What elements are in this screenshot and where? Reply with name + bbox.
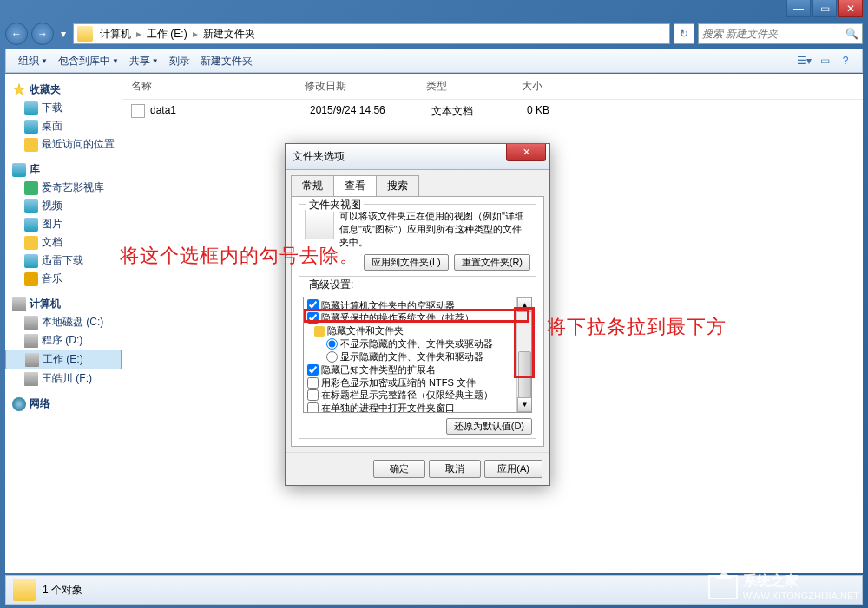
radio[interactable] <box>326 351 338 363</box>
advanced-item[interactable]: 不显示隐藏的文件、文件夹或驱动器 <box>307 337 515 350</box>
column-headers: 名称 修改日期 类型 大小 <box>122 74 863 100</box>
scroll-down-button[interactable]: ▼ <box>517 397 532 412</box>
toolbar-share[interactable]: 共享▼ <box>124 54 164 69</box>
col-date[interactable]: 修改日期 <box>305 79 426 94</box>
apply-button[interactable]: 应用(A) <box>484 460 542 478</box>
checkbox[interactable] <box>307 299 319 311</box>
nav-forward-button[interactable]: → <box>31 23 54 45</box>
advanced-item[interactable]: 隐藏计算机文件夹中的空驱动器 <box>307 299 515 312</box>
checkbox[interactable] <box>307 389 319 401</box>
sidebar-item-music[interactable]: 音乐 <box>5 270 122 288</box>
scroll-up-button[interactable]: ▲ <box>517 297 532 312</box>
tab-general[interactable]: 常规 <box>291 175 334 196</box>
cell-type: 文本文档 <box>431 104 527 119</box>
computer-icon <box>12 297 26 311</box>
folder-options-dialog: 文件夹选项 ✕ 常规 查看 搜索 文件夹视图 可以将该文件夹正在使用的视图（例如… <box>285 143 550 486</box>
advanced-item-label: 在标题栏显示完整路径（仅限经典主题） <box>321 389 493 402</box>
address-bar-row: ← → ▾ 计算机▸ 工作 (E:)▸ 新建文件夹 ↻ 🔍 <box>5 22 863 46</box>
sidebar-item-disk-d[interactable]: 程序 (D:) <box>5 331 122 350</box>
sidebar-item-xunlei[interactable]: 迅雷下载 <box>5 252 122 270</box>
advanced-item[interactable]: 在单独的进程中打开文件夹窗口 <box>307 402 515 411</box>
sidebar-item-pictures[interactable]: 图片 <box>5 215 122 233</box>
view-mode-button[interactable]: ☰▾ <box>794 51 813 70</box>
search-input[interactable] <box>702 28 845 40</box>
disk-icon <box>24 372 38 386</box>
reset-folders-button[interactable]: 重置文件夹(R) <box>454 254 530 271</box>
search-box[interactable]: 🔍 <box>698 23 863 44</box>
xunlei-icon <box>24 254 38 268</box>
sidebar-item-iqiyi[interactable]: 爱奇艺影视库 <box>5 179 122 197</box>
scroll-thumb[interactable] <box>518 351 531 398</box>
desktop-icon <box>24 120 38 134</box>
refresh-button[interactable]: ↻ <box>674 23 694 44</box>
breadcrumb-0[interactable]: 计算机 <box>96 27 135 42</box>
folder-view-icon <box>305 210 334 239</box>
sidebar-item-downloads[interactable]: 下载 <box>5 99 122 117</box>
advanced-item[interactable]: 用彩色显示加密或压缩的 NTFS 文件 <box>307 376 515 389</box>
sidebar-favorites-head[interactable]: 收藏夹 <box>5 81 122 99</box>
tab-view[interactable]: 查看 <box>333 175 377 196</box>
download-icon <box>24 101 38 115</box>
nav-back-button[interactable]: ← <box>5 23 28 45</box>
video-icon <box>24 199 38 213</box>
sidebar-item-disk-c[interactable]: 本地磁盘 (C:) <box>5 313 122 331</box>
col-size[interactable]: 大小 <box>522 79 591 94</box>
close-button[interactable]: ✕ <box>838 0 863 17</box>
col-type[interactable]: 类型 <box>426 79 522 94</box>
dialog-tabs: 常规 查看 搜索 <box>291 175 544 196</box>
nav-history-dropdown[interactable]: ▾ <box>57 25 69 42</box>
maximize-button[interactable]: ▭ <box>812 0 837 17</box>
breadcrumb-1[interactable]: 工作 (E:) <box>143 27 191 42</box>
toolbar-include[interactable]: 包含到库中▼ <box>53 54 124 69</box>
advanced-settings-group: 高级设置: 隐藏计算机文件夹中的空驱动器隐藏受保护的操作系统文件（推荐）隐藏文件… <box>299 284 536 439</box>
minimize-button[interactable]: — <box>786 0 811 17</box>
checkbox[interactable] <box>307 402 319 411</box>
col-name[interactable]: 名称 <box>131 79 305 94</box>
sidebar-item-disk-e[interactable]: 工作 (E:) <box>5 350 122 369</box>
advanced-list[interactable]: 隐藏计算机文件夹中的空驱动器隐藏受保护的操作系统文件（推荐）隐藏文件和文件夹不显… <box>304 297 516 412</box>
file-row[interactable]: data1 2015/9/24 14:56 文本文档 0 KB <box>131 101 854 121</box>
advanced-item[interactable]: 隐藏受保护的操作系统文件（推荐） <box>307 311 515 324</box>
sidebar-item-documents[interactable]: 文档 <box>5 233 122 252</box>
status-count: 1 个对象 <box>43 583 82 598</box>
advanced-item-label: 隐藏文件和文件夹 <box>327 324 404 337</box>
sidebar-item-videos[interactable]: 视频 <box>5 197 122 215</box>
ok-button[interactable]: 确定 <box>373 460 425 478</box>
folder-view-group: 文件夹视图 可以将该文件夹正在使用的视图（例如"详细信息"或"图标"）应用到所有… <box>299 204 536 277</box>
sidebar-libraries-head[interactable]: 库 <box>5 160 122 179</box>
search-icon[interactable]: 🔍 <box>845 28 858 40</box>
toolbar-burn[interactable]: 刻录 <box>164 54 195 69</box>
advanced-item-label: 显示隐藏的文件、文件夹和驱动器 <box>340 350 483 363</box>
advanced-item[interactable]: 隐藏文件和文件夹 <box>307 324 515 337</box>
network-icon <box>12 397 26 411</box>
checkbox[interactable] <box>307 364 319 376</box>
restore-defaults-button[interactable]: 还原为默认值(D) <box>446 418 532 435</box>
cancel-button[interactable]: 取消 <box>429 460 481 478</box>
help-button[interactable]: ? <box>836 51 855 70</box>
advanced-item-label: 在单独的进程中打开文件夹窗口 <box>321 402 455 411</box>
sidebar-item-desktop[interactable]: 桌面 <box>5 117 122 135</box>
advanced-item[interactable]: 隐藏已知文件类型的扩展名 <box>307 363 515 376</box>
disk-icon <box>24 316 38 330</box>
preview-pane-button[interactable]: ▭ <box>815 51 834 70</box>
advanced-item-label: 隐藏受保护的操作系统文件（推荐） <box>321 311 474 324</box>
sidebar-network-head[interactable]: 网络 <box>5 395 122 413</box>
toolbar-organize[interactable]: 组织▼ <box>13 54 53 69</box>
toolbar-newfolder[interactable]: 新建文件夹 <box>195 54 258 69</box>
advanced-item[interactable]: 显示隐藏的文件、文件夹和驱动器 <box>307 350 515 363</box>
sidebar-computer-head[interactable]: 计算机 <box>5 295 122 313</box>
tab-search[interactable]: 搜索 <box>376 175 419 196</box>
checkbox[interactable] <box>307 377 319 389</box>
radio[interactable] <box>326 338 338 350</box>
address-bar[interactable]: 计算机▸ 工作 (E:)▸ 新建文件夹 <box>73 23 670 44</box>
advanced-item[interactable]: 在标题栏显示完整路径（仅限经典主题） <box>307 389 515 402</box>
breadcrumb-2[interactable]: 新建文件夹 <box>200 27 259 42</box>
iqiyi-icon <box>24 181 38 195</box>
dialog-close-button[interactable]: ✕ <box>506 144 546 161</box>
checkbox[interactable] <box>307 312 319 324</box>
apply-to-folders-button[interactable]: 应用到文件夹(L) <box>364 254 448 271</box>
sidebar-item-disk-f[interactable]: 王皓川 (F:) <box>5 369 122 388</box>
sidebar-item-recent[interactable]: 最近访问的位置 <box>5 135 122 154</box>
folder-view-text: 可以将该文件夹正在使用的视图（例如"详细信息"或"图标"）应用到所有这种类型的文… <box>339 210 530 249</box>
toolbar: 组织▼ 包含到库中▼ 共享▼ 刻录 新建文件夹 ☰▾ ▭ ? <box>5 49 863 73</box>
